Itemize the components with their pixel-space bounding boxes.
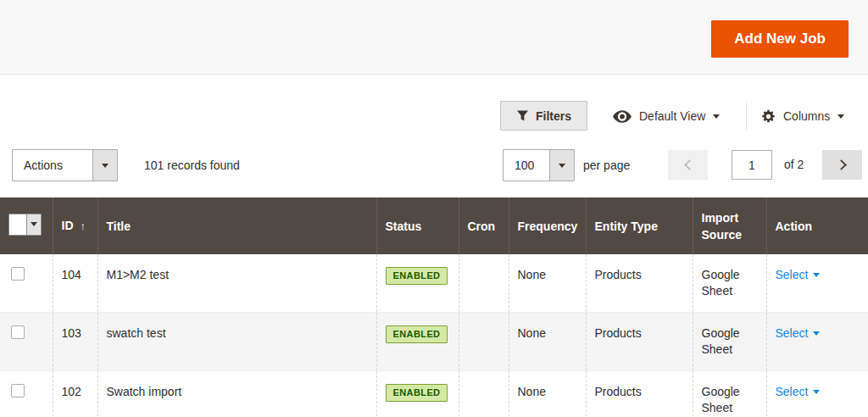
per-page-label: per page [583,149,630,181]
chevron-down-icon [813,331,820,336]
cell-title: M1>M2 test [97,254,376,313]
row-action-select[interactable]: Select [776,384,821,400]
cell-id: 103 [53,313,97,371]
chevron-left-icon [684,159,695,170]
cell-cron [459,254,509,313]
chevron-down-icon [31,222,37,226]
chevron-down-icon [559,164,565,168]
chevron-down-icon [813,390,820,394]
table-row: 104 M1>M2 test ENABLED None Products Goo… [0,254,868,313]
columns-label: Columns [783,109,830,123]
page-size-value: 100 [504,150,549,181]
cell-import-source: Google Sheet [693,254,766,313]
add-new-job-button[interactable]: Add New Job [711,20,849,58]
select-all-checkbox[interactable] [9,214,26,235]
chevron-down-icon [813,273,820,277]
column-header-status[interactable]: Status [376,197,459,254]
select-all-caret[interactable] [26,214,41,235]
cell-title: swatch test [97,313,376,371]
default-view-control[interactable]: Default View [613,104,720,128]
column-header-frequency[interactable]: Frequency [509,197,586,254]
actions-select[interactable]: Actions [12,149,118,181]
select-all-header [0,197,53,254]
chevron-right-icon [836,159,847,170]
cell-id: 104 [53,254,97,313]
chevron-down-icon [713,114,720,119]
filters-button[interactable]: Filters [500,101,587,131]
status-badge: ENABLED [386,267,448,285]
column-header-cron[interactable]: Cron [459,197,509,254]
column-header-action[interactable]: Action [766,197,868,254]
row-checkbox[interactable] [11,384,25,398]
cell-cron [459,313,509,371]
row-checkbox[interactable] [11,267,25,281]
cell-entity-type: Products [586,254,693,313]
table-row: 103 swatch test ENABLED None Products Go… [0,313,868,371]
page-header-band: Add New Job [0,0,868,75]
status-badge: ENABLED [386,384,448,402]
actions-select-caret[interactable] [92,150,117,181]
column-header-title[interactable]: Title [97,197,376,254]
sort-ascending-icon: ↑ [81,220,86,232]
filters-button-label: Filters [536,109,571,123]
status-badge: ENABLED [386,325,448,343]
page-count-label: of 2 [784,150,804,180]
current-page-input[interactable] [732,150,772,180]
chevron-down-icon [102,164,108,168]
cell-import-source: Google Sheet [693,371,766,417]
cell-frequency: None [509,254,586,313]
jobs-table: ID↑ Title Status Cron Frequency Entity T… [0,197,868,417]
gear-icon [761,109,776,124]
cell-entity-type: Products [586,371,693,417]
eye-icon [613,110,632,123]
row-action-select[interactable]: Select [776,325,821,342]
actions-select-value: Actions [13,150,92,181]
cell-frequency: None [509,313,586,371]
row-action-select[interactable]: Select [776,267,821,283]
column-header-id[interactable]: ID↑ [53,197,97,254]
default-view-label: Default View [639,109,705,123]
jobs-grid-page: Add New Job Filters Default View Columns… [0,0,868,417]
previous-page-button[interactable] [668,150,708,180]
next-page-button[interactable] [822,150,862,180]
cell-title: Swatch import [97,371,376,417]
page-size-select[interactable]: 100 [503,149,575,181]
column-header-entity-type[interactable]: Entity Type [586,197,693,254]
cell-entity-type: Products [586,313,693,371]
cell-cron [459,371,509,417]
records-found-text: 101 records found [144,149,240,181]
row-checkbox[interactable] [11,325,25,339]
chevron-down-icon [837,114,844,119]
select-all-dropdown[interactable] [8,214,42,236]
filter-funnel-icon [516,109,529,122]
column-header-import-source[interactable]: Import Source [693,197,766,254]
cell-import-source: Google Sheet [693,313,766,371]
table-header-row: ID↑ Title Status Cron Frequency Entity T… [0,197,868,254]
table-row: 102 Swatch import ENABLED None Products … [0,371,868,417]
page-size-caret[interactable] [549,150,574,181]
cell-id: 102 [53,371,97,417]
columns-control[interactable]: Columns [761,104,844,128]
controls-divider [746,103,747,130]
cell-frequency: None [509,371,586,417]
